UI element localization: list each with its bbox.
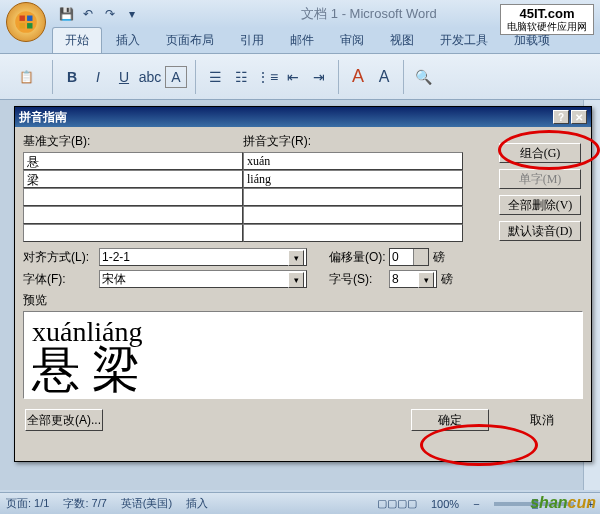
italic-button[interactable]: I (87, 66, 109, 88)
indent-dec-button[interactable]: ⇤ (282, 66, 304, 88)
undo-icon[interactable]: ↶ (78, 4, 98, 24)
view-buttons[interactable]: ▢▢▢▢ (377, 497, 417, 510)
multilevel-button[interactable]: ⋮≡ (256, 66, 278, 88)
bullets-button[interactable]: ☰ (204, 66, 226, 88)
change-all-button[interactable]: 全部更改(A)... (25, 409, 103, 431)
ribbon: 📋 B I U abc A ☰ ☷ ⋮≡ ⇤ ⇥ A A 🔍 (0, 54, 600, 100)
help-button[interactable]: ? (553, 110, 569, 124)
size-unit: 磅 (441, 271, 453, 288)
font-combo[interactable]: 宋体 (99, 270, 307, 288)
offset-label: 偏移量(O): (329, 249, 389, 266)
tab-references[interactable]: 引用 (228, 28, 276, 53)
numbering-button[interactable]: ☷ (230, 66, 252, 88)
pinyin-text-label: 拼音文字(R): (243, 133, 463, 150)
base-cell-2[interactable] (23, 188, 243, 206)
pinyin-guide-dialog: 拼音指南 ? ✕ 基准文字(B): 拼音文字(R): 悬 梁 xuán lián… (14, 106, 592, 462)
align-combo[interactable]: 1-2-1 (99, 248, 307, 266)
zoom-out-button[interactable]: − (473, 498, 479, 510)
shancun-watermark: shancun (530, 494, 596, 512)
change-styles-button[interactable]: A (373, 66, 395, 88)
base-cell-0[interactable]: 悬 (23, 152, 243, 170)
base-cell-3[interactable] (23, 206, 243, 224)
cancel-button[interactable]: 取消 (503, 409, 581, 431)
highlight-button[interactable]: A (165, 66, 187, 88)
base-cell-4[interactable] (23, 224, 243, 242)
svg-rect-3 (20, 23, 25, 28)
clear-all-button[interactable]: 全部删除(V) (499, 195, 581, 215)
pinyin-cell-3[interactable] (243, 206, 463, 224)
indent-inc-button[interactable]: ⇥ (308, 66, 330, 88)
pinyin-cell-1[interactable]: liáng (243, 170, 463, 188)
ok-button[interactable]: 确定 (411, 409, 489, 431)
find-button[interactable]: 🔍 (412, 66, 434, 88)
offset-unit: 磅 (433, 249, 445, 266)
paste-button[interactable]: 📋 (8, 59, 44, 95)
strike-button[interactable]: abc (139, 66, 161, 88)
tab-developer[interactable]: 开发工具 (428, 28, 500, 53)
status-page: 页面: 1/1 (6, 496, 49, 511)
pinyin-cell-0[interactable]: xuán (243, 152, 463, 170)
office-button[interactable] (6, 2, 46, 42)
status-bar: 页面: 1/1 字数: 7/7 英语(美国) 插入 ▢▢▢▢ 100% − + (0, 492, 600, 514)
pinyin-cell-2[interactable] (243, 188, 463, 206)
svg-rect-4 (27, 23, 32, 28)
size-label: 字号(S): (329, 271, 389, 288)
pinyin-cell-4[interactable] (243, 224, 463, 242)
size-combo[interactable]: 8 (389, 270, 437, 288)
qat-dropdown-icon[interactable]: ▾ (122, 4, 142, 24)
save-icon[interactable]: 💾 (56, 4, 76, 24)
status-words: 字数: 7/7 (63, 496, 106, 511)
style-a-button[interactable]: A (347, 66, 369, 88)
tab-view[interactable]: 视图 (378, 28, 426, 53)
preview-hanzi: 悬 梁 (32, 348, 574, 391)
redo-icon[interactable]: ↷ (100, 4, 120, 24)
base-cell-1[interactable]: 梁 (23, 170, 243, 188)
status-language[interactable]: 英语(美国) (121, 496, 172, 511)
combine-button[interactable]: 组合(G) (499, 143, 581, 163)
underline-button[interactable]: U (113, 66, 135, 88)
status-mode[interactable]: 插入 (186, 496, 208, 511)
svg-point-0 (15, 11, 37, 33)
base-text-label: 基准文字(B): (23, 133, 243, 150)
preview-label: 预览 (23, 292, 583, 309)
tab-insert[interactable]: 插入 (104, 28, 152, 53)
svg-rect-2 (27, 16, 32, 21)
single-button[interactable]: 单字(M) (499, 169, 581, 189)
offset-spinner[interactable]: 0 (389, 248, 429, 266)
align-label: 对齐方式(L): (23, 249, 99, 266)
close-button[interactable]: ✕ (571, 110, 587, 124)
tab-pagelayout[interactable]: 页面布局 (154, 28, 226, 53)
zoom-level[interactable]: 100% (431, 498, 459, 510)
tab-mailings[interactable]: 邮件 (278, 28, 326, 53)
default-reading-button[interactable]: 默认读音(D) (499, 221, 581, 241)
tab-home[interactable]: 开始 (52, 27, 102, 53)
svg-rect-1 (20, 16, 25, 21)
preview-box: xuánliáng 悬 梁 (23, 311, 583, 399)
font-label: 字体(F): (23, 271, 99, 288)
bold-button[interactable]: B (61, 66, 83, 88)
dialog-title: 拼音指南 (19, 109, 551, 126)
tab-review[interactable]: 审阅 (328, 28, 376, 53)
site-watermark: 45IT.com电脑软硬件应用网 (500, 4, 594, 35)
